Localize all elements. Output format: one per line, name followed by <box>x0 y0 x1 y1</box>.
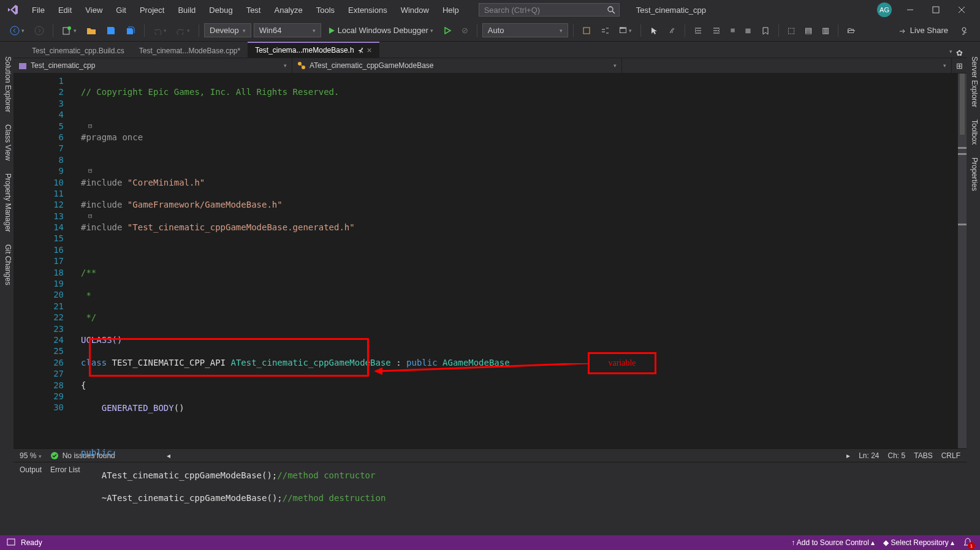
fold-column[interactable]: ⊟ ⊟ ⊟ <box>88 75 93 222</box>
start-nodebug-button[interactable] <box>439 24 455 37</box>
search-input[interactable]: Search (Ctrl+Q) <box>479 3 620 17</box>
user-avatar[interactable]: AG <box>877 2 892 17</box>
separator <box>640 24 641 37</box>
line-gutter: 1234567891011121314151617181920212223242… <box>13 73 81 448</box>
search-icon <box>607 6 615 14</box>
cursor-icon[interactable] <box>646 24 662 37</box>
output-tab[interactable]: Output <box>20 465 42 474</box>
notifications-button[interactable]: 1 <box>963 537 974 548</box>
error-list-tab[interactable]: Error List <box>50 465 80 474</box>
ready-icon <box>6 538 16 548</box>
tab-modebase-h[interactable]: Test_cinema...meModeBase.h ⊀ × <box>248 42 379 58</box>
separator <box>53 24 53 37</box>
menu-analyze[interactable]: Analyze <box>268 3 308 17</box>
feedback-button[interactable] <box>957 24 974 37</box>
live-share-button[interactable]: Live Share <box>892 24 954 37</box>
vs-logo-icon <box>6 3 20 17</box>
right-side-tabs: Server Explorer Toolbox Properties <box>967 50 980 197</box>
tool-btn-a[interactable]: ⬚ <box>784 24 799 37</box>
tab-close-icon[interactable]: × <box>367 45 372 55</box>
code-content[interactable]: // Copyright Epic Games, Inc. All Rights… <box>81 73 510 448</box>
separator <box>778 24 779 37</box>
tab-properties[interactable]: Properties <box>967 151 980 197</box>
undo-button[interactable]: ▾ <box>150 24 170 37</box>
auto-dropdown[interactable]: Auto▾ <box>482 23 568 37</box>
nav-member-dropdown[interactable]: ▾ <box>622 58 952 73</box>
pin-icon[interactable]: ⊀ <box>358 47 363 55</box>
svg-point-6 <box>10 26 19 35</box>
comment-button[interactable]: ≡ <box>727 24 739 37</box>
menu-tools[interactable]: Tools <box>310 3 341 17</box>
nav-class-dropdown[interactable]: ATest_cinematic_cppGameModeBase▾ <box>292 58 622 73</box>
menu-help[interactable]: Help <box>436 3 465 17</box>
tool-btn-d[interactable]: 🗁 <box>843 24 859 37</box>
menu-view[interactable]: View <box>79 3 108 17</box>
tool-btn-c[interactable]: ▥ <box>818 24 833 37</box>
menu-project[interactable]: Project <box>134 3 170 17</box>
nav-project-dropdown[interactable]: Test_cinematic_cpp▾ <box>13 58 292 73</box>
notification-badge: 1 <box>968 542 975 549</box>
tabs-settings-icon[interactable]: ✿ <box>956 48 963 58</box>
source-control-button[interactable]: ↑ Add to Source Control ▴ <box>791 538 875 547</box>
svg-rect-18 <box>7 539 15 545</box>
tab-build-cs[interactable]: Test_cinematic_cpp.Build.cs <box>25 44 132 58</box>
menu-file[interactable]: File <box>26 3 51 17</box>
share-icon <box>898 26 906 35</box>
select-repo-button[interactable]: ◆ Select Repository ▴ <box>883 538 954 547</box>
tool-btn-5[interactable]: ⫽ <box>664 24 680 37</box>
tab-modebase-cpp[interactable]: Test_cinemat...ModeBase.cpp* <box>132 44 248 58</box>
tab-property-manager[interactable]: Property Manager <box>0 167 13 238</box>
nav-split-icon[interactable]: ⊞ <box>952 58 967 73</box>
menu-build[interactable]: Build <box>172 3 202 17</box>
svg-rect-3 <box>933 7 939 13</box>
platform-dropdown[interactable]: Win64▾ <box>254 23 321 37</box>
tool-btn-3[interactable]: 🗔▾ <box>615 24 636 37</box>
svg-line-16 <box>379 363 588 371</box>
tab-git-changes[interactable]: Git Changes <box>0 238 13 292</box>
indent-right-button[interactable] <box>708 24 724 37</box>
new-item-button[interactable]: ▾ <box>58 24 80 37</box>
tab-server-explorer[interactable]: Server Explorer <box>967 50 980 113</box>
tab-solution-explorer[interactable]: Solution Explorer <box>0 50 13 118</box>
eol-indicator[interactable]: CRLF <box>941 451 960 460</box>
save-button[interactable] <box>102 24 120 37</box>
tool-btn-1[interactable] <box>579 24 594 37</box>
config-dropdown[interactable]: Develop▾ <box>204 23 251 37</box>
tab-class-view[interactable]: Class View <box>0 118 13 167</box>
code-editor[interactable]: 1234567891011121314151617181920212223242… <box>13 73 967 448</box>
menu-test[interactable]: Test <box>240 3 267 17</box>
annotation-highlight-box <box>89 338 369 377</box>
tabs-indicator[interactable]: TABS <box>914 451 932 460</box>
close-button[interactable] <box>949 1 974 18</box>
menu-window[interactable]: Window <box>395 3 435 17</box>
start-debug-button[interactable]: Local Windows Debugger▾ <box>324 24 437 37</box>
nav-back-button[interactable]: ▾ <box>6 24 28 37</box>
svg-line-1 <box>612 11 615 13</box>
tab-toolbox[interactable]: Toolbox <box>967 113 980 151</box>
misc-button[interactable]: ⊘ <box>458 24 472 37</box>
tabs-overflow-icon[interactable]: ▾ <box>949 48 952 58</box>
open-button[interactable] <box>83 24 100 37</box>
indent-left-button[interactable] <box>690 24 706 37</box>
menu-extensions[interactable]: Extensions <box>342 3 393 17</box>
scroll-right-icon[interactable]: ▸ <box>846 451 850 460</box>
minimize-button[interactable] <box>898 1 922 18</box>
redo-button[interactable]: ▾ <box>173 24 194 37</box>
menu-edit[interactable]: Edit <box>52 3 78 17</box>
editor-scrollbar[interactable] <box>958 73 967 448</box>
separator <box>838 24 838 37</box>
save-all-button[interactable] <box>122 24 139 37</box>
maximize-button[interactable] <box>924 1 948 18</box>
uncomment-button[interactable]: ≣ <box>741 24 755 37</box>
statusbar: Ready ↑ Add to Source Control ▴ ◆ Select… <box>0 535 980 550</box>
annotation-label-box: variable <box>588 352 656 374</box>
status-ready: Ready <box>21 538 42 547</box>
zoom-level[interactable]: 95 % ▾ <box>20 451 42 460</box>
menu-debug[interactable]: Debug <box>203 3 238 17</box>
nav-fwd-button[interactable] <box>31 24 48 37</box>
svg-point-11 <box>962 28 966 31</box>
bookmark-button[interactable] <box>758 24 773 37</box>
tool-btn-b[interactable]: ▤ <box>801 24 816 37</box>
menu-git[interactable]: Git <box>110 3 132 17</box>
tool-btn-2[interactable] <box>597 24 613 37</box>
